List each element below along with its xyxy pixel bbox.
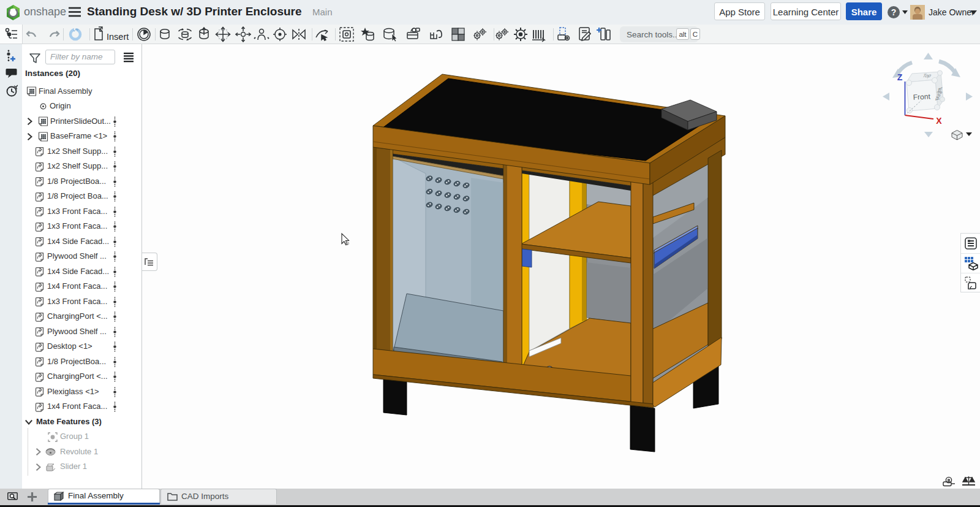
svg-text:?: ?: [891, 7, 897, 17]
